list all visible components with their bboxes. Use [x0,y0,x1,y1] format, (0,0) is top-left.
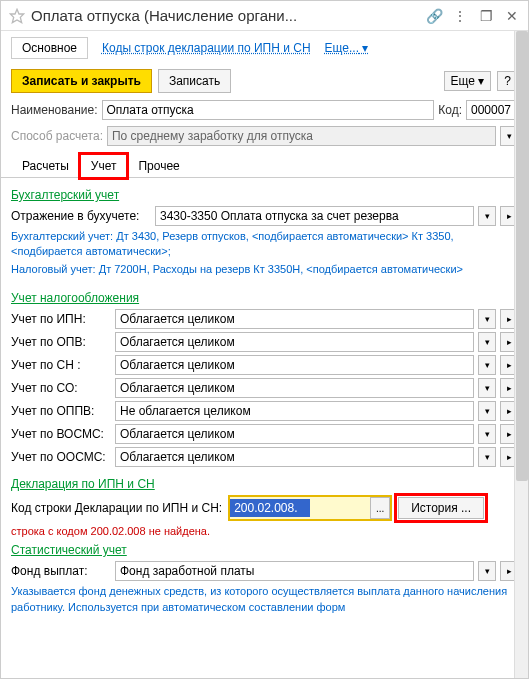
tax-label: Учет по ИПН: [11,312,111,326]
kebab-icon[interactable]: ⋮ [452,8,468,24]
nav-main[interactable]: Основное [11,37,88,59]
decl-code-input[interactable] [230,499,310,517]
link-icon[interactable]: 🔗 [426,8,442,24]
tab-accounting[interactable]: Учет [80,154,128,178]
tax-label: Учет по ОППВ: [11,404,111,418]
dropdown-icon[interactable]: ▾ [478,447,496,467]
section-accounting[interactable]: Бухгалтерский учет [11,188,518,202]
section-declaration[interactable]: Декларация по ИПН и СН [11,477,518,491]
tax-label: Учет по ВОСМС: [11,427,111,441]
reflection-input[interactable] [155,206,474,226]
decl-error: строка с кодом 200.02.008 не найдена. [11,525,518,537]
tab-other[interactable]: Прочее [127,154,190,178]
tax-label: Учет по ОПВ: [11,335,111,349]
vertical-scrollbar[interactable] [514,31,528,678]
tax-input[interactable] [115,332,474,352]
save-button[interactable]: Записать [158,69,231,93]
tax-input[interactable] [115,447,474,467]
dropdown-icon[interactable]: ▾ [478,378,496,398]
tax-label: Учет по СН : [11,358,111,372]
detach-icon[interactable]: ❐ [478,8,494,24]
fund-input[interactable] [115,561,474,581]
more-button[interactable]: Еще ▾ [444,71,492,91]
dropdown-icon[interactable]: ▾ [478,401,496,421]
nav-more[interactable]: Еще... ▾ [325,41,369,55]
tax-input[interactable] [115,355,474,375]
stat-note: Указывается фонд денежных средств, из ко… [11,584,518,615]
tax-input[interactable] [115,378,474,398]
history-button[interactable]: История ... [398,497,484,519]
tax-input[interactable] [115,424,474,444]
name-label: Наименование: [11,103,98,117]
favorite-star-icon[interactable] [9,8,25,24]
section-tax[interactable]: Учет налогообложения [11,291,518,305]
reflection-label: Отражение в бухучете: [11,209,151,223]
window-title: Оплата отпуска (Начисление органи... [31,7,426,24]
svg-marker-0 [10,9,23,22]
ellipsis-button[interactable]: ... [370,497,390,519]
dropdown-icon[interactable]: ▾ [478,332,496,352]
code-label: Код: [438,103,462,117]
save-close-button[interactable]: Записать и закрыть [11,69,152,93]
dropdown-icon[interactable]: ▾ [478,309,496,329]
acct-note1: Бухгалтерский учет: Дт 3430, Резерв отпу… [11,229,518,260]
dropdown-icon[interactable]: ▾ [478,424,496,444]
dropdown-icon[interactable]: ▾ [478,206,496,226]
tax-input[interactable] [115,309,474,329]
name-input[interactable] [102,100,435,120]
section-statistics[interactable]: Статистический учет [11,543,518,557]
tax-label: Учет по ООСМС: [11,450,111,464]
decl-code-label: Код строки Декларации по ИПН и СН: [11,501,222,515]
tax-input[interactable] [115,401,474,421]
dropdown-icon[interactable]: ▾ [478,561,496,581]
nav-link-codes[interactable]: Коды строк декларации по ИПН и СН [102,41,311,55]
acct-note2: Налоговый учет: Дт 7200Н, Расходы на рез… [11,262,518,277]
scroll-thumb[interactable] [516,31,528,481]
method-input [107,126,496,146]
method-label: Способ расчета: [11,129,103,143]
close-icon[interactable]: ✕ [504,8,520,24]
code-input[interactable] [466,100,518,120]
tab-calculations[interactable]: Расчеты [11,154,80,178]
tax-label: Учет по СО: [11,381,111,395]
dropdown-icon[interactable]: ▾ [478,355,496,375]
fund-label: Фонд выплат: [11,564,111,578]
